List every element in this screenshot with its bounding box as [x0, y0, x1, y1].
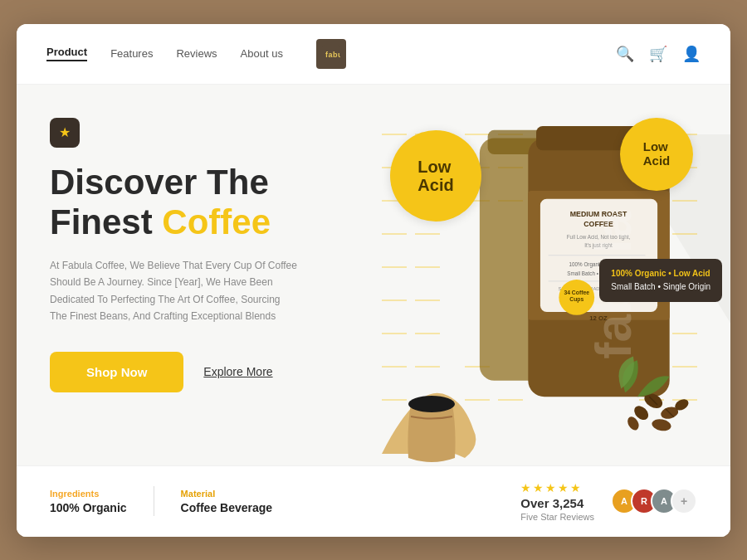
svg-point-72	[651, 417, 671, 431]
heading-highlight: Coffee	[162, 202, 271, 241]
hero-footer: Ingredients 100% Organic Material Coffee…	[17, 465, 730, 537]
hero-heading: Discover The Finest Coffee	[50, 163, 335, 243]
nav-links: Product Features Reviews About us	[46, 46, 316, 61]
low-acid-badge-large: LowAcid	[390, 130, 481, 222]
avatar-more: +	[671, 488, 697, 514]
hero-section: ★ Discover The Finest Coffee At Fabula C…	[17, 85, 730, 537]
reviews-block: ★★★★★ Over 3,254 Five Star Reviews	[520, 481, 594, 522]
heading-line2-plain: Finest	[50, 202, 162, 241]
reviews-count: Over 3,254	[520, 496, 594, 510]
info-tooltip: 100% Organic • Low Acid Small Batch • Si…	[599, 259, 722, 302]
material-label: Material	[181, 489, 273, 499]
nav-about[interactable]: About us	[241, 47, 283, 60]
user-icon[interactable]: 👤	[682, 45, 701, 63]
footer-divider-1	[154, 486, 154, 516]
svg-text:fabula: fabula	[325, 51, 340, 59]
nav-product[interactable]: Product	[46, 46, 87, 61]
navbar: Product Features Reviews About us fabula…	[17, 24, 730, 85]
nav-features[interactable]: Features	[110, 47, 153, 60]
search-icon[interactable]: 🔍	[616, 45, 634, 63]
star-badge: ★	[50, 118, 80, 148]
low-acid-badge-small: LowAcid	[620, 118, 693, 191]
avatars: A R A +	[611, 488, 697, 514]
badge-text-small: LowAcid	[643, 140, 671, 168]
browser-frame: Product Features Reviews About us fabula…	[17, 24, 730, 537]
nav-reviews[interactable]: Reviews	[176, 47, 217, 60]
tooltip-line1: 100% Organic • Low Acid	[611, 267, 710, 280]
tooltip-line2: Small Batch • Single Origin	[611, 280, 710, 294]
hero-buttons: Shop Now Explore More	[50, 352, 335, 392]
material-stat: Material Coffee Beverage	[181, 489, 273, 514]
svg-text:Cups: Cups	[569, 296, 583, 303]
ingredients-label: Ingredients	[50, 489, 127, 499]
ingredients-value: 100% Organic	[50, 501, 127, 514]
coffee-cup-svg	[365, 338, 506, 470]
coffee-cup-area	[365, 338, 506, 470]
ingredients-stat: Ingredients 100% Organic	[50, 489, 127, 514]
star-rating: ★★★★★	[520, 481, 594, 494]
heading-line1: Discover The	[50, 163, 269, 202]
nav-icons: 🔍 🛒 👤	[616, 45, 701, 63]
reviews-label: Five Star Reviews	[520, 512, 594, 522]
nav-logo: fabula	[316, 39, 346, 69]
badge-text-large: LowAcid	[417, 158, 453, 194]
explore-more-button[interactable]: Explore More	[203, 365, 272, 378]
hero-subtext: At Fabula Coffee, We Believe That Every …	[50, 257, 299, 325]
shop-now-button[interactable]: Shop Now	[50, 352, 183, 392]
svg-point-77	[408, 396, 455, 412]
star-icon: ★	[59, 124, 71, 140]
material-value: Coffee Beverage	[181, 501, 273, 514]
cart-icon[interactable]: 🛒	[649, 45, 667, 63]
